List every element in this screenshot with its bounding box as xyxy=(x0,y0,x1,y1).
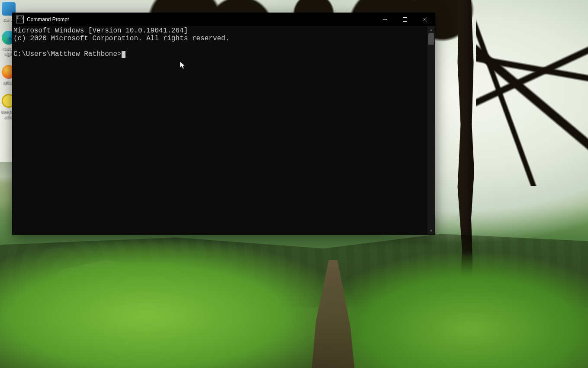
terminal-client-area: Microsoft Windows [Version 10.0.19041.26… xyxy=(13,26,435,234)
scroll-down-button[interactable]: ▼ xyxy=(427,227,435,234)
maximize-button[interactable] xyxy=(395,13,415,26)
command-prompt-window[interactable]: Command Prompt Microsoft Windows [Versio… xyxy=(12,13,435,235)
terminal-output[interactable]: Microsoft Windows [Version 10.0.19041.26… xyxy=(13,26,427,234)
maximize-icon xyxy=(403,17,407,22)
close-icon xyxy=(423,17,427,22)
scroll-up-button[interactable]: ▲ xyxy=(427,26,435,33)
scroll-track[interactable] xyxy=(427,33,435,227)
scroll-thumb[interactable] xyxy=(428,33,434,45)
terminal-line: Microsoft Windows [Version 10.0.19041.26… xyxy=(13,27,188,35)
wallpaper-tree-branches xyxy=(476,0,588,186)
mouse-pointer-icon xyxy=(147,54,152,61)
vertical-scrollbar[interactable]: ▲ ▼ xyxy=(427,26,435,234)
minimize-button[interactable] xyxy=(375,13,395,26)
terminal-line: (c) 2020 Microsoft Corporation. All righ… xyxy=(13,35,229,42)
minimize-icon xyxy=(383,17,387,22)
command-prompt-icon xyxy=(16,16,24,23)
close-button[interactable] xyxy=(415,13,435,26)
window-title: Command Prompt xyxy=(27,16,69,23)
svg-rect-0 xyxy=(403,18,407,22)
titlebar[interactable]: Command Prompt xyxy=(13,13,435,26)
terminal-prompt: C:\Users\Matthew Rathbone> xyxy=(13,50,122,58)
wallpaper-grass xyxy=(0,238,588,368)
terminal-cursor xyxy=(122,51,125,58)
